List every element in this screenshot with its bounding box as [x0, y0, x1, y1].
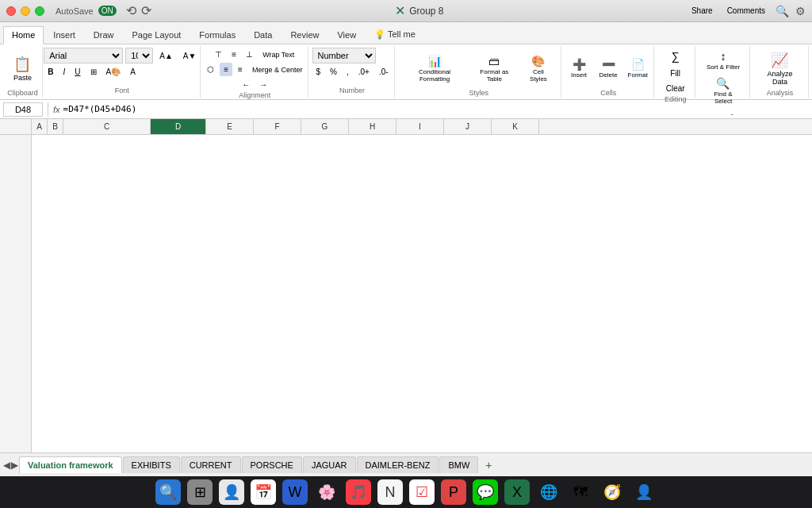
number-group: Number $ % , .0+ .0- Number — [310, 46, 395, 98]
font-size-select[interactable]: 10 — [125, 48, 153, 64]
fx-label: fx — [53, 105, 60, 114]
analyze-data-button[interactable]: 📈 Analyze Data — [756, 48, 803, 89]
format-button[interactable]: 📄 Format — [624, 48, 652, 89]
tab-draw[interactable]: Draw — [85, 26, 123, 44]
profile-icon[interactable]: 👤 — [631, 479, 657, 505]
cell-reference-input[interactable] — [3, 102, 43, 117]
tab-data[interactable]: Data — [245, 26, 281, 44]
cell-styles-icon: 🎨 — [531, 55, 545, 67]
tab-home[interactable]: Home — [3, 26, 44, 44]
cell-styles-button[interactable]: 🎨 Cell Styles — [521, 48, 557, 89]
fill-button[interactable]: Fill — [666, 67, 684, 80]
tab-formulas[interactable]: Formulas — [190, 26, 244, 44]
sheet-tab-daimler[interactable]: DAIMLER-BENZ — [357, 456, 439, 473]
tab-insert[interactable]: Insert — [44, 26, 84, 44]
sheet-tab-exhibits[interactable]: EXHIBITS — [123, 456, 180, 473]
col-header-i: I — [396, 119, 444, 134]
align-top-button[interactable]: ⊤ — [211, 48, 226, 61]
share-button[interactable]: Share — [688, 4, 717, 17]
grid[interactable] — [32, 135, 812, 452]
format-as-table-button[interactable]: 🗃 Format as Table — [469, 48, 519, 89]
excel-icon[interactable]: X — [504, 479, 530, 505]
align-center-button[interactable]: ≡ — [220, 63, 232, 76]
increase-decimal-button[interactable]: .0+ — [354, 65, 373, 79]
align-left-button[interactable]: ⬡ — [203, 63, 218, 76]
sort-filter-button[interactable]: ↕ Sort & Filter — [703, 48, 744, 73]
indent-decrease-button[interactable]: ← — [238, 78, 254, 91]
borders-button[interactable]: ⊞ — [86, 65, 101, 79]
format-table-icon: 🗃 — [488, 55, 500, 67]
chrome-icon[interactable]: 🌐 — [536, 479, 561, 505]
clear-button[interactable]: Clear — [662, 82, 689, 95]
sum-button[interactable]: ∑ — [668, 48, 684, 65]
percent-button[interactable]: % — [326, 65, 341, 79]
increase-font-button[interactable]: A▲ — [155, 49, 177, 63]
spreadsheet-area: A B C D E F G H I J K — [0, 119, 812, 452]
maps-icon[interactable]: 🗺 — [568, 479, 593, 505]
comma-button[interactable]: , — [343, 65, 353, 79]
bold-button[interactable]: B — [44, 65, 57, 79]
font-name-select[interactable]: Arial — [44, 48, 123, 64]
word-icon[interactable]: W — [282, 479, 308, 505]
fullscreen-button[interactable] — [35, 6, 44, 16]
find-select-button[interactable]: 🔍 Find & Select — [702, 75, 745, 107]
powerpoint-icon[interactable]: P — [441, 479, 466, 505]
sheet-tab-valuation[interactable]: Valuation framework — [19, 456, 122, 473]
messages-icon[interactable]: 💬 — [473, 479, 498, 505]
sheet-tab-jaguar[interactable]: JAGUAR — [303, 456, 356, 473]
merge-center-button[interactable]: Merge & Center — [248, 63, 307, 76]
alignment-group: ⊤ ≡ ⊥ Wrap Text ⬡ ≡ ≡ Merge & Center ← →… — [202, 46, 308, 98]
contacts-icon[interactable]: 👤 — [219, 479, 244, 505]
comments-button[interactable]: Comments — [723, 4, 769, 17]
sheet-tab-current[interactable]: CURRENT — [181, 456, 241, 473]
finder-icon[interactable]: 🔍 — [155, 479, 181, 505]
font-color-button[interactable]: A — [126, 65, 140, 79]
sheet-tab-bmw[interactable]: BMW — [439, 456, 478, 473]
select-all-corner[interactable] — [0, 119, 32, 134]
underline-button[interactable]: U — [71, 65, 84, 79]
close-button[interactable] — [6, 6, 16, 16]
sheet-prev-button[interactable]: ◀ — [3, 460, 10, 471]
insert-button[interactable]: ➕ Insert — [565, 48, 593, 89]
tab-view[interactable]: View — [328, 26, 365, 44]
formula-input[interactable] — [63, 104, 809, 114]
paste-icon: 📋 — [13, 56, 31, 73]
indent-increase-button[interactable]: → — [255, 78, 271, 91]
launchpad-icon[interactable]: ⊞ — [187, 479, 213, 505]
sort-find-group: ↕ Sort & Filter 🔍 Find & Select Editing — [697, 46, 750, 98]
delete-icon: ➖ — [602, 58, 615, 71]
search-icon[interactable]: 🔍 — [776, 5, 789, 17]
safari-icon[interactable]: 🧭 — [599, 479, 625, 505]
sheet-tab-porsche[interactable]: PORSCHE — [242, 456, 302, 473]
delete-button[interactable]: ➖ Delete — [595, 48, 622, 89]
currency-button[interactable]: $ — [312, 65, 325, 79]
align-right-button[interactable]: ≡ — [234, 63, 247, 76]
column-headers: A B C D E F G H I J K — [0, 119, 812, 135]
ribbon-toolbar: 📋 Paste Clipboard Arial 10 A▲ A▼ B I U — [0, 44, 812, 100]
reminders-icon[interactable]: ☑ — [409, 479, 435, 505]
conditional-formatting-button[interactable]: 📊 Conditional Formatting — [401, 48, 468, 89]
tab-review[interactable]: Review — [282, 26, 327, 44]
col-header-e: E — [206, 119, 254, 134]
calendar-icon[interactable]: 📅 — [251, 479, 276, 505]
decrease-decimal-button[interactable]: .0- — [375, 65, 393, 79]
sheet-next-button[interactable]: ▶ — [11, 460, 18, 471]
align-middle-button[interactable]: ≡ — [228, 48, 240, 61]
photos-icon[interactable]: 🌸 — [314, 479, 339, 505]
cells-group: ➕ Insert ➖ Delete 📄 Format Cells — [563, 46, 654, 98]
minimize-button[interactable] — [21, 6, 30, 16]
music-icon[interactable]: 🎵 — [346, 479, 371, 505]
autosave-state[interactable]: ON — [98, 6, 117, 16]
align-bottom-button[interactable]: ⊥ — [242, 48, 257, 61]
fill-color-button[interactable]: A🎨 — [102, 65, 125, 79]
paste-button[interactable]: 📋 Paste — [10, 48, 36, 89]
tab-page-layout[interactable]: Page Layout — [124, 26, 190, 44]
settings-icon[interactable]: ⚙ — [795, 5, 806, 17]
tab-tell-me[interactable]: 💡 Tell me — [366, 25, 424, 44]
wrap-text-button[interactable]: Wrap Text — [259, 48, 298, 61]
add-sheet-button[interactable]: + — [479, 456, 498, 475]
decrease-font-button[interactable]: A▼ — [179, 49, 201, 63]
italic-button[interactable]: I — [59, 65, 69, 79]
news-icon[interactable]: N — [377, 479, 403, 505]
number-format-select[interactable]: Number — [312, 48, 376, 64]
